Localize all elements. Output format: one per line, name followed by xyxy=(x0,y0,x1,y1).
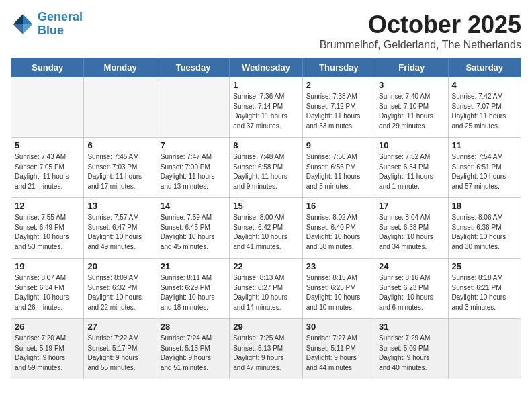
day-number: 3 xyxy=(379,80,444,90)
calendar-week-row: 26Sunrise: 7:20 AM Sunset: 5:19 PM Dayli… xyxy=(11,319,521,379)
calendar-cell: 4Sunrise: 7:42 AM Sunset: 7:07 PM Daylig… xyxy=(448,77,521,138)
day-number: 23 xyxy=(306,261,371,271)
calendar-cell: 1Sunrise: 7:36 AM Sunset: 7:14 PM Daylig… xyxy=(230,77,302,138)
calendar-cell: 10Sunrise: 7:52 AM Sunset: 6:54 PM Dayli… xyxy=(375,138,448,198)
day-number: 16 xyxy=(306,201,371,211)
calendar-cell: 7Sunrise: 7:47 AM Sunset: 7:00 PM Daylig… xyxy=(157,138,229,198)
calendar-cell: 9Sunrise: 7:50 AM Sunset: 6:56 PM Daylig… xyxy=(302,138,375,198)
day-number: 7 xyxy=(161,140,226,150)
day-number: 30 xyxy=(306,322,371,332)
calendar-cell: 3Sunrise: 7:40 AM Sunset: 7:10 PM Daylig… xyxy=(375,77,448,138)
weekday-header-wednesday: Wednesday xyxy=(230,58,302,77)
day-info: Sunrise: 7:38 AM Sunset: 7:12 PM Dayligh… xyxy=(306,92,371,131)
logo-blue: Blue xyxy=(38,24,64,37)
day-number: 17 xyxy=(379,201,444,211)
weekday-header-sunday: Sunday xyxy=(11,58,84,77)
day-info: Sunrise: 8:15 AM Sunset: 6:25 PM Dayligh… xyxy=(306,273,371,312)
weekday-header-monday: Monday xyxy=(84,58,157,77)
day-number: 21 xyxy=(161,261,226,271)
calendar-cell: 28Sunrise: 7:24 AM Sunset: 5:15 PM Dayli… xyxy=(157,319,229,379)
day-number: 18 xyxy=(452,201,517,211)
calendar-cell: 29Sunrise: 7:25 AM Sunset: 5:13 PM Dayli… xyxy=(230,319,302,379)
day-number: 19 xyxy=(15,261,80,271)
calendar-cell: 23Sunrise: 8:15 AM Sunset: 6:25 PM Dayli… xyxy=(302,259,375,319)
day-info: Sunrise: 7:22 AM Sunset: 5:17 PM Dayligh… xyxy=(87,334,152,373)
day-number: 25 xyxy=(452,261,517,271)
day-number: 10 xyxy=(379,140,444,150)
calendar-cell: 17Sunrise: 8:04 AM Sunset: 6:38 PM Dayli… xyxy=(375,198,448,259)
day-info: Sunrise: 8:13 AM Sunset: 6:27 PM Dayligh… xyxy=(233,273,298,312)
calendar-cell xyxy=(157,77,229,138)
day-number: 24 xyxy=(379,261,444,271)
weekday-header-row: SundayMondayTuesdayWednesdayThursdayFrid… xyxy=(11,58,521,77)
day-info: Sunrise: 8:07 AM Sunset: 6:34 PM Dayligh… xyxy=(15,273,80,312)
calendar-cell: 30Sunrise: 7:27 AM Sunset: 5:11 PM Dayli… xyxy=(302,319,375,379)
calendar-cell: 19Sunrise: 8:07 AM Sunset: 6:34 PM Dayli… xyxy=(11,259,84,319)
day-info: Sunrise: 8:11 AM Sunset: 6:29 PM Dayligh… xyxy=(161,273,226,312)
weekday-header-thursday: Thursday xyxy=(302,58,375,77)
svg-marker-0 xyxy=(23,14,32,24)
day-info: Sunrise: 8:04 AM Sunset: 6:38 PM Dayligh… xyxy=(379,213,444,252)
logo-general: General xyxy=(38,10,83,24)
calendar-cell xyxy=(11,77,84,138)
day-info: Sunrise: 7:59 AM Sunset: 6:45 PM Dayligh… xyxy=(161,213,226,252)
day-info: Sunrise: 7:50 AM Sunset: 6:56 PM Dayligh… xyxy=(306,152,371,191)
weekday-header-tuesday: Tuesday xyxy=(157,58,229,77)
calendar-cell: 8Sunrise: 7:48 AM Sunset: 6:58 PM Daylig… xyxy=(230,138,302,198)
weekday-header-saturday: Saturday xyxy=(448,58,521,77)
day-info: Sunrise: 7:25 AM Sunset: 5:13 PM Dayligh… xyxy=(233,334,298,373)
day-info: Sunrise: 8:18 AM Sunset: 6:21 PM Dayligh… xyxy=(452,273,517,312)
day-number: 5 xyxy=(15,140,80,150)
calendar-week-row: 1Sunrise: 7:36 AM Sunset: 7:14 PM Daylig… xyxy=(11,77,521,138)
month-year-title: October 2025 xyxy=(320,11,521,39)
calendar-cell: 2Sunrise: 7:38 AM Sunset: 7:12 PM Daylig… xyxy=(302,77,375,138)
day-info: Sunrise: 8:06 AM Sunset: 6:36 PM Dayligh… xyxy=(452,213,517,252)
day-info: Sunrise: 7:47 AM Sunset: 7:00 PM Dayligh… xyxy=(161,152,226,191)
calendar-cell: 24Sunrise: 8:16 AM Sunset: 6:23 PM Dayli… xyxy=(375,259,448,319)
logo: General Blue xyxy=(11,11,83,38)
day-info: Sunrise: 7:48 AM Sunset: 6:58 PM Dayligh… xyxy=(233,152,298,191)
day-number: 28 xyxy=(161,322,226,332)
calendar-cell: 25Sunrise: 8:18 AM Sunset: 6:21 PM Dayli… xyxy=(448,259,521,319)
day-info: Sunrise: 7:36 AM Sunset: 7:14 PM Dayligh… xyxy=(233,92,298,131)
day-number: 9 xyxy=(306,140,371,150)
svg-marker-1 xyxy=(13,14,23,24)
day-info: Sunrise: 7:27 AM Sunset: 5:11 PM Dayligh… xyxy=(306,334,371,373)
calendar-cell: 20Sunrise: 8:09 AM Sunset: 6:32 PM Dayli… xyxy=(84,259,157,319)
calendar-week-row: 12Sunrise: 7:55 AM Sunset: 6:49 PM Dayli… xyxy=(11,198,521,259)
logo-icon xyxy=(11,12,35,36)
calendar-cell: 18Sunrise: 8:06 AM Sunset: 6:36 PM Dayli… xyxy=(448,198,521,259)
day-number: 26 xyxy=(15,322,80,332)
day-info: Sunrise: 8:09 AM Sunset: 6:32 PM Dayligh… xyxy=(87,273,152,312)
calendar-cell: 26Sunrise: 7:20 AM Sunset: 5:19 PM Dayli… xyxy=(11,319,84,379)
logo-text: General Blue xyxy=(38,11,83,38)
calendar-cell: 11Sunrise: 7:54 AM Sunset: 6:51 PM Dayli… xyxy=(448,138,521,198)
day-number: 29 xyxy=(233,322,298,332)
calendar-cell: 13Sunrise: 7:57 AM Sunset: 6:47 PM Dayli… xyxy=(84,198,157,259)
calendar-cell: 15Sunrise: 8:00 AM Sunset: 6:42 PM Dayli… xyxy=(230,198,302,259)
day-info: Sunrise: 7:45 AM Sunset: 7:03 PM Dayligh… xyxy=(87,152,152,191)
day-number: 6 xyxy=(87,140,152,150)
calendar-week-row: 5Sunrise: 7:43 AM Sunset: 7:05 PM Daylig… xyxy=(11,138,521,198)
calendar-cell: 31Sunrise: 7:29 AM Sunset: 5:09 PM Dayli… xyxy=(375,319,448,379)
weekday-header-friday: Friday xyxy=(375,58,448,77)
day-number: 14 xyxy=(161,201,226,211)
day-info: Sunrise: 7:20 AM Sunset: 5:19 PM Dayligh… xyxy=(15,334,80,373)
calendar-cell: 22Sunrise: 8:13 AM Sunset: 6:27 PM Dayli… xyxy=(230,259,302,319)
location-subtitle: Brummelhof, Gelderland, The Netherlands xyxy=(320,39,521,51)
calendar-cell: 5Sunrise: 7:43 AM Sunset: 7:05 PM Daylig… xyxy=(11,138,84,198)
day-info: Sunrise: 7:24 AM Sunset: 5:15 PM Dayligh… xyxy=(161,334,226,373)
day-info: Sunrise: 7:52 AM Sunset: 6:54 PM Dayligh… xyxy=(379,152,444,191)
title-block: October 2025 Brummelhof, Gelderland, The… xyxy=(320,11,521,51)
svg-marker-2 xyxy=(23,24,32,34)
day-info: Sunrise: 7:55 AM Sunset: 6:49 PM Dayligh… xyxy=(15,213,80,252)
day-info: Sunrise: 7:29 AM Sunset: 5:09 PM Dayligh… xyxy=(379,334,444,373)
day-number: 15 xyxy=(233,201,298,211)
calendar-table: SundayMondayTuesdayWednesdayThursdayFrid… xyxy=(11,58,521,379)
calendar-cell: 6Sunrise: 7:45 AM Sunset: 7:03 PM Daylig… xyxy=(84,138,157,198)
day-info: Sunrise: 7:57 AM Sunset: 6:47 PM Dayligh… xyxy=(87,213,152,252)
page-header: General Blue October 2025 Brummelhof, Ge… xyxy=(11,11,521,51)
day-number: 4 xyxy=(452,80,517,90)
calendar-cell: 27Sunrise: 7:22 AM Sunset: 5:17 PM Dayli… xyxy=(84,319,157,379)
day-number: 1 xyxy=(233,80,298,90)
